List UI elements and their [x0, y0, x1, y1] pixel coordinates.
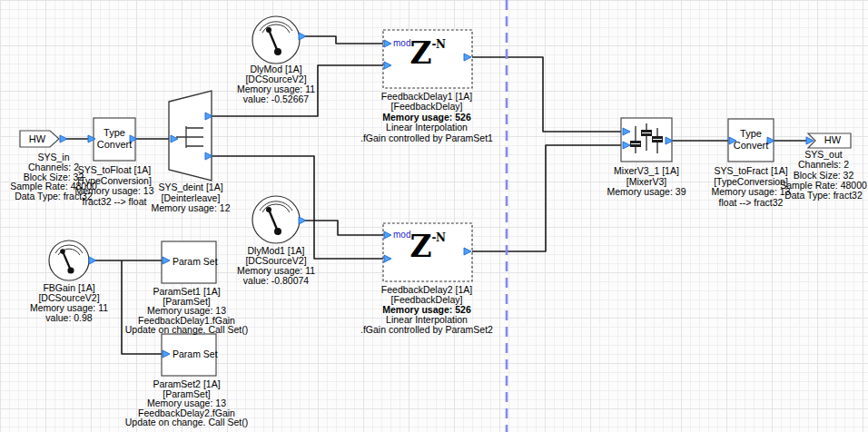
diagram-canvas[interactable]: HW Type Convert mod Z-N mod Z-N Param Se… [0, 0, 868, 432]
typeconvert-in-title: Type Convert [94, 127, 134, 150]
wire-feedbackdelay2-to-mixer[interactable] [468, 145, 626, 251]
typeconvert-out-title: Type Convert [729, 128, 773, 151]
sys-out-captions: SYS_out Channels: 2 Block Size: 32 Sampl… [772, 150, 868, 201]
paramset2-title: Param Set [173, 349, 216, 360]
mixer-captions: MixerV3_1 [1A] [MixerV3] Memory usage: 3… [592, 166, 701, 198]
paramset1-captions: ParamSet1 [1A] [ParamSet] Memory usage: … [107, 287, 266, 335]
paramset1-title: Param Set [173, 256, 216, 268]
dlymod1-captions: DlyMod1 [1A] [DCSourceV2] Memory usage: … [222, 246, 330, 286]
dlymod-dial-block[interactable] [252, 16, 300, 64]
mixer-block[interactable] [621, 118, 672, 162]
deinterleave-block[interactable] [169, 91, 212, 181]
wire-dlymod1-to-feedbackdelay2-mod[interactable] [302, 221, 388, 235]
feedbackdelay2-z-symbol: Z-N [403, 229, 452, 264]
port-dlymod-out[interactable] [299, 33, 306, 40]
feedbackdelay1-z-symbol: Z-N [403, 35, 452, 71]
sys-in-title: HW [20, 133, 54, 145]
feedbackdelay2-captions: FeedbackDelay2 [1A] [FeedbackDelay] Memo… [359, 285, 495, 335]
paramset2-captions: ParamSet2 [1A] [ParamSet] Memory usage: … [107, 379, 266, 427]
dlymod-captions: DlyMod [1A] [DCSourceV2] Memory usage: 1… [222, 64, 330, 104]
deinterleave-captions: SYS_deint [1A] [Deinterleave] Memory usa… [136, 182, 245, 214]
fbgain-dial-block[interactable] [49, 241, 89, 280]
wire-dlymod-to-feedbackdelay1-mod[interactable] [302, 36, 388, 44]
dlymod1-dial-block[interactable] [252, 196, 300, 243]
feedbackdelay1-captions: FeedbackDelay1 [1A] [FeedbackDelay] Memo… [359, 92, 495, 143]
port-dlymod1-out[interactable] [299, 217, 306, 224]
sys-out-title: HW [816, 134, 849, 146]
port-fbgain-out[interactable] [89, 257, 96, 264]
port-sysin-out[interactable] [60, 135, 67, 142]
